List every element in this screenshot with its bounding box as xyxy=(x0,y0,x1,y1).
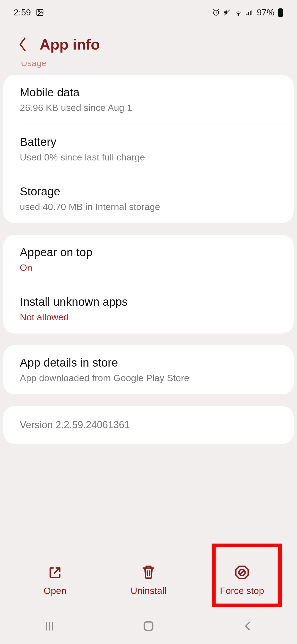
version-card: Version 2.2.59.24061361 xyxy=(3,406,294,444)
install-unknown-title: Install unknown apps xyxy=(20,295,277,309)
header: App info xyxy=(0,25,297,64)
appear-on-top-row[interactable]: Appear on top On xyxy=(3,235,294,284)
back-button[interactable] xyxy=(16,38,29,50)
image-icon xyxy=(36,8,44,17)
app-details-store-row[interactable]: App details in store App downloaded from… xyxy=(3,345,294,394)
stop-icon xyxy=(235,565,249,580)
status-bar-left: 2:59 xyxy=(14,7,44,18)
status-bar-right: 97% xyxy=(212,7,283,18)
usage-card: Mobile data 26.96 KB used since Aug 1 Ba… xyxy=(3,75,294,223)
install-unknown-row[interactable]: Install unknown apps Not allowed xyxy=(3,284,294,334)
page-title: App info xyxy=(40,36,100,53)
status-time: 2:59 xyxy=(14,7,31,18)
alarm-icon xyxy=(212,9,220,16)
open-label: Open xyxy=(43,585,66,596)
battery-sub: Used 0% since last full charge xyxy=(20,152,277,163)
storage-title: Storage xyxy=(20,185,277,198)
trash-icon xyxy=(141,564,156,580)
install-unknown-sub: Not allowed xyxy=(20,312,277,323)
svg-rect-8 xyxy=(251,10,252,15)
svg-rect-9 xyxy=(279,8,282,9)
svg-point-1 xyxy=(38,11,40,12)
force-stop-button[interactable]: Force stop xyxy=(201,558,283,603)
mute-icon xyxy=(223,9,231,16)
section-label-usage: Usage xyxy=(0,62,297,68)
battery-text: 97% xyxy=(257,7,274,18)
version-text: Version 2.2.59.24061361 xyxy=(20,419,277,431)
uninstall-button[interactable]: Uninstall xyxy=(107,558,190,603)
svg-point-4 xyxy=(238,15,239,16)
signal-icon xyxy=(246,9,254,16)
mobile-data-sub: 26.96 KB used since Aug 1 xyxy=(20,102,277,113)
nav-home[interactable] xyxy=(129,618,168,634)
appear-on-top-title: Appear on top xyxy=(20,246,277,259)
version-row: Version 2.2.59.24061361 xyxy=(3,406,294,444)
svg-rect-6 xyxy=(248,12,249,15)
open-button[interactable]: Open xyxy=(14,559,96,603)
mobile-data-row[interactable]: Mobile data 26.96 KB used since Aug 1 xyxy=(3,75,294,124)
status-bar: 2:59 97% xyxy=(0,0,297,25)
mobile-data-title: Mobile data xyxy=(20,86,277,99)
bottom-action-bar: Open Uninstall Force stop xyxy=(0,558,297,603)
svg-rect-19 xyxy=(144,622,153,631)
uninstall-label: Uninstall xyxy=(131,585,166,596)
system-nav-bar xyxy=(0,608,297,644)
nav-back[interactable] xyxy=(228,618,267,634)
svg-rect-5 xyxy=(246,14,248,15)
permissions-card: Appear on top On Install unknown apps No… xyxy=(3,235,294,334)
force-stop-label: Force stop xyxy=(220,585,264,596)
storage-sub: used 40.70 MB in Internal storage xyxy=(20,201,277,212)
wifi-icon xyxy=(234,8,243,17)
battery-title: Battery xyxy=(20,135,277,149)
svg-rect-10 xyxy=(278,9,283,17)
appear-on-top-sub: On xyxy=(20,262,277,273)
svg-line-15 xyxy=(240,570,244,575)
store-card: App details in store App downloaded from… xyxy=(3,345,294,394)
battery-icon xyxy=(278,8,283,17)
storage-row[interactable]: Storage used 40.70 MB in Internal storag… xyxy=(3,174,294,223)
nav-recents[interactable] xyxy=(30,618,69,634)
app-details-store-sub: App downloaded from Google Play Store xyxy=(20,373,277,383)
battery-row[interactable]: Battery Used 0% since last full charge xyxy=(3,124,294,174)
open-icon xyxy=(48,566,62,580)
svg-rect-7 xyxy=(250,11,251,15)
app-details-store-title: App details in store xyxy=(20,356,277,369)
